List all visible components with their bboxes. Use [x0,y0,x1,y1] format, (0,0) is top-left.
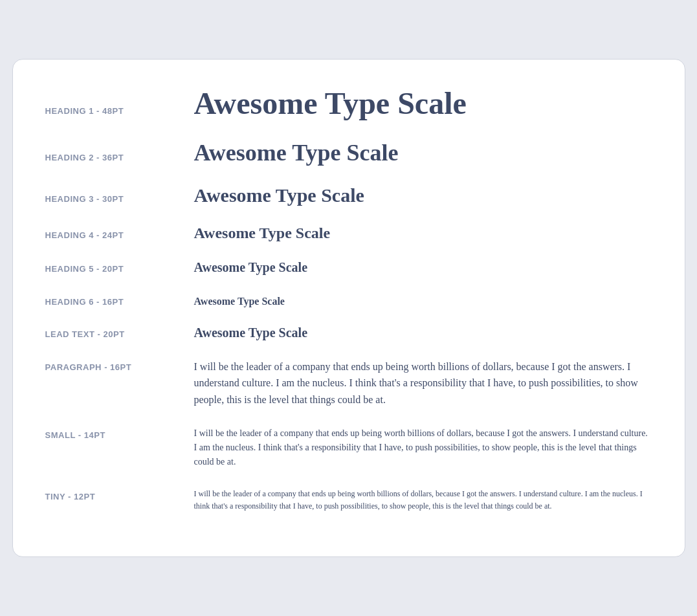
type-row-h5: HEADING 5 - 20PTAwesome Type Scale [45,260,652,275]
type-label-tiny: TINY - 12PT [45,488,194,501]
type-label-para: PARAGRAPH - 16PT [45,358,194,372]
type-sample-small: I will be the leader of a company that e… [194,426,652,470]
type-sample-h2: Awesome Type Scale [194,139,652,166]
type-sample-para: I will be the leader of a company that e… [194,358,652,408]
type-label-h1: HEADING 1 - 48PT [45,102,194,116]
type-row-lead: LEAD TEXT - 20PTAwesome Type Scale [45,325,652,340]
type-sample-h4: Awesome Type Scale [194,225,652,242]
type-sample-h6: Awesome Type Scale [194,296,652,307]
type-row-tiny: TINY - 12PTI will be the leader of a com… [45,488,652,512]
type-label-h5: HEADING 5 - 20PT [45,260,194,274]
type-row-para: PARAGRAPH - 16PTI will be the leader of … [45,358,652,408]
type-sample-h3: Awesome Type Scale [194,184,652,206]
type-row-h1: HEADING 1 - 48PTAwesome Type Scale [45,85,652,121]
type-label-h2: HEADING 2 - 36PT [45,149,194,162]
type-sample-tiny: I will be the leader of a company that e… [194,488,652,512]
type-label-h6: HEADING 6 - 16PT [45,293,194,307]
type-label-small: SMALL - 14PT [45,426,194,440]
type-sample-lead: Awesome Type Scale [194,325,652,340]
type-row-small: SMALL - 14PTI will be the leader of a co… [45,426,652,470]
type-row-h2: HEADING 2 - 36PTAwesome Type Scale [45,139,652,166]
type-row-h3: HEADING 3 - 30PTAwesome Type Scale [45,184,652,206]
type-label-h3: HEADING 3 - 30PT [45,190,194,204]
type-label-h4: HEADING 4 - 24PT [45,226,194,240]
type-label-lead: LEAD TEXT - 20PT [45,325,194,339]
type-scale-card: HEADING 1 - 48PTAwesome Type ScaleHEADIN… [12,59,685,557]
type-row-h4: HEADING 4 - 24PTAwesome Type Scale [45,225,652,242]
type-row-h6: HEADING 6 - 16PTAwesome Type Scale [45,293,652,307]
type-sample-h5: Awesome Type Scale [194,260,652,275]
type-sample-h1: Awesome Type Scale [194,85,652,121]
